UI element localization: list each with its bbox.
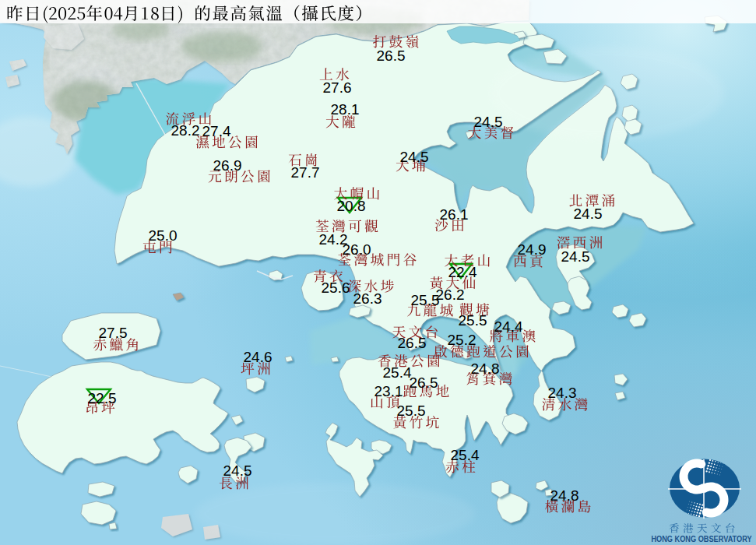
svg-text:28.1: 28.1 — [331, 101, 360, 118]
svg-text:24.5: 24.5 — [223, 462, 252, 479]
svg-text:20.8: 20.8 — [337, 198, 366, 214]
svg-text:23.1: 23.1 — [374, 383, 403, 399]
svg-text:26.2: 26.2 — [436, 287, 465, 303]
svg-text:26.5: 26.5 — [410, 374, 438, 391]
svg-text:24.5: 24.5 — [561, 248, 590, 265]
svg-text:27.5: 27.5 — [99, 325, 128, 341]
svg-text:26.1: 26.1 — [440, 206, 469, 223]
svg-text:26.5: 26.5 — [398, 335, 427, 351]
svg-text:25.5: 25.5 — [459, 312, 487, 329]
svg-text:28.2: 28.2 — [171, 122, 200, 139]
svg-text:26.9: 26.9 — [213, 157, 242, 174]
svg-text:24.3: 24.3 — [548, 385, 577, 401]
svg-text:25.0: 25.0 — [149, 227, 178, 244]
svg-text:27.7: 27.7 — [291, 164, 320, 181]
svg-text:25.5: 25.5 — [397, 403, 426, 419]
svg-text:24.8: 24.8 — [550, 487, 579, 504]
svg-text:22.5: 22.5 — [88, 390, 117, 406]
svg-text:24.5: 24.5 — [474, 114, 503, 130]
svg-text:24.8: 24.8 — [471, 360, 500, 377]
svg-text:24.5: 24.5 — [400, 149, 429, 165]
svg-text:24.6: 24.6 — [244, 349, 273, 365]
svg-text:27.4: 27.4 — [202, 123, 231, 139]
svg-text:25.6: 25.6 — [322, 280, 350, 296]
svg-text:27.6: 27.6 — [323, 79, 352, 96]
svg-text:HONG KONG OBSERVATORY: HONG KONG OBSERVATORY — [651, 534, 751, 543]
svg-text:26.5: 26.5 — [377, 47, 406, 64]
svg-text:24.9: 24.9 — [518, 241, 547, 258]
svg-text:25.5: 25.5 — [411, 292, 440, 308]
svg-text:25.2: 25.2 — [448, 332, 476, 348]
svg-text:24.4: 24.4 — [494, 318, 523, 335]
svg-text:25.4: 25.4 — [451, 447, 480, 463]
svg-text:24.5: 24.5 — [574, 206, 603, 222]
svg-text:26.3: 26.3 — [353, 290, 382, 307]
svg-text:26.0: 26.0 — [343, 241, 371, 258]
svg-text:25.4: 25.4 — [383, 364, 412, 381]
